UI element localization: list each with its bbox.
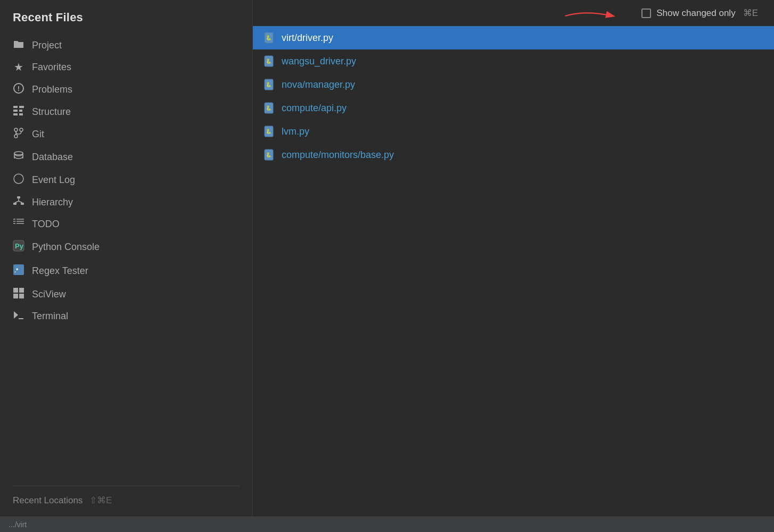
svg-line-20 [15,201,19,203]
hierarchy-icon [13,196,24,209]
terminal-icon [13,311,24,322]
arrow-annotation [561,5,625,27]
svg-point-15 [14,174,23,184]
structure-icon [13,106,24,118]
file-item-virt-driver[interactable]: 🐍 virt/driver.py [253,26,774,49]
python-file-icon: 🐍 [264,55,276,68]
status-path: .../virt [9,520,27,529]
file-name: nova/manager.py [282,79,355,90]
sidebar-item-label: Python Console [32,242,100,253]
sidebar-item-problems[interactable]: ! Problems [0,78,252,101]
svg-text:🐍: 🐍 [266,105,272,111]
sidebar-item-favorites[interactable]: ★ Favorites [0,56,252,78]
python-file-icon: 🐍 [264,31,276,44]
svg-rect-5 [19,106,24,108]
pythonconsole-icon: Py [13,240,24,254]
main-container: Recent Files Project ★ Favorites ! [0,0,774,517]
svg-rect-35 [19,294,24,298]
star-icon: ★ [13,61,24,73]
svg-rect-7 [19,113,23,115]
file-name: compute/monitors/base.py [282,149,394,161]
svg-rect-16 [17,196,20,198]
sidebar-item-pythonconsole[interactable]: Py Python Console [0,235,252,259]
todo-icon [13,218,24,230]
show-changed-shortcut: ⌘E [743,7,758,19]
eventlog-icon [13,173,24,187]
database-icon [13,151,24,164]
file-item-compute-monitors-base[interactable]: 🐍 compute/monitors/base.py [253,143,774,167]
recent-locations-link[interactable]: Recent Locations ⇧⌘E [0,489,252,517]
sidebar-items: Project ★ Favorites ! Problems [0,35,252,483]
sidebar-title: Recent Files [0,11,252,35]
sidebar-item-label: Project [32,40,62,51]
sidebar-item-project[interactable]: Project [0,35,252,56]
file-item-wangsu-driver[interactable]: 🐍 wangsu_driver.py [253,49,774,73]
show-changed-label: Show changed only [656,8,735,19]
file-name: lvm.py [282,126,309,137]
svg-rect-6 [19,110,22,112]
svg-rect-4 [13,113,18,115]
svg-text:🐍: 🐍 [266,58,272,64]
sidebar-item-database[interactable]: Database [0,146,252,169]
svg-rect-3 [13,110,18,112]
sidebar-item-label: Structure [32,106,71,118]
sidebar-item-label: SciView [32,289,66,300]
sidebar-item-label: Event Log [32,174,75,186]
sidebar: Recent Files Project ★ Favorites ! [0,0,253,517]
python-file-icon: 🐍 [264,125,276,138]
file-name: wangsu_driver.py [282,56,356,67]
show-changed-checkbox-wrapper[interactable]: Show changed only ⌘E [641,7,758,19]
sidebar-item-todo[interactable]: TODO [0,213,252,235]
svg-line-21 [19,201,22,203]
sidebar-item-sciview[interactable]: SciView [0,283,252,306]
svg-text:🐍: 🐍 [266,35,272,41]
status-bar: .../virt [0,517,774,532]
sidebar-divider [13,486,240,486]
svg-text:🐍: 🐍 [266,128,272,135]
sidebar-item-regextester[interactable]: .* Regex Tester [0,259,252,283]
sidebar-item-terminal[interactable]: Terminal [0,306,252,327]
file-item-lvm[interactable]: 🐍 lvm.py [253,120,774,143]
right-panel: Show changed only ⌘E 🐍 virt/driver.py [253,0,774,517]
file-name: compute/api.py [282,103,347,114]
svg-rect-2 [13,106,18,108]
svg-text:Py: Py [15,242,24,250]
sidebar-item-structure[interactable]: Structure [0,101,252,123]
svg-point-10 [14,135,18,138]
sidebar-item-label: Problems [32,84,72,95]
svg-rect-18 [21,203,24,205]
sidebar-item-eventlog[interactable]: Event Log [0,169,252,192]
sidebar-item-label: Regex Tester [32,265,88,277]
folder-icon [13,40,24,51]
show-changed-checkbox[interactable] [641,9,651,18]
svg-rect-32 [13,288,18,293]
sciview-icon [13,288,24,301]
svg-text:🐍: 🐍 [266,81,272,88]
sidebar-item-label: TODO [32,219,60,230]
svg-text:!: ! [18,85,20,93]
svg-point-8 [14,128,18,131]
file-item-compute-api[interactable]: 🐍 compute/api.py [253,96,774,120]
file-name: virt/driver.py [282,32,333,44]
file-list: 🐍 virt/driver.py 🐍 wangsu_driver.py [253,26,774,517]
python-file-icon: 🐍 [264,148,276,161]
file-item-nova-manager[interactable]: 🐍 nova/manager.py [253,73,774,96]
sidebar-item-label: Hierarchy [32,197,73,208]
right-header: Show changed only ⌘E [253,0,774,26]
svg-marker-36 [14,311,18,319]
regextester-icon: .* [13,264,24,278]
sidebar-item-hierarchy[interactable]: Hierarchy [0,192,252,213]
sidebar-item-git[interactable]: Git [0,123,252,146]
python-file-icon: 🐍 [264,78,276,91]
problems-icon: ! [13,83,24,96]
sidebar-item-label: Database [32,152,73,163]
svg-rect-17 [13,203,17,205]
svg-text:.*: .* [14,267,19,273]
sidebar-item-label: Git [32,129,44,140]
python-file-icon: 🐍 [264,102,276,114]
svg-point-12 [14,152,23,155]
svg-rect-33 [19,288,24,293]
svg-point-9 [20,128,23,131]
svg-rect-34 [13,294,18,298]
sidebar-item-label: Favorites [32,62,71,73]
